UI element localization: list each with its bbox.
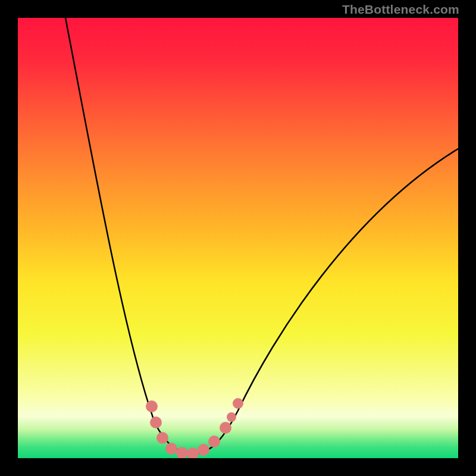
- curve-marker: [208, 436, 220, 447]
- curve-marker: [146, 400, 158, 412]
- curve-marker: [156, 432, 168, 444]
- curve-marker: [233, 398, 243, 409]
- markers-group: [146, 398, 243, 458]
- chart-frame: [18, 18, 458, 458]
- bottleneck-curve: [65, 18, 458, 453]
- curve-marker: [198, 444, 209, 456]
- curve-marker: [187, 447, 199, 458]
- curve-marker: [176, 447, 188, 458]
- curve-group: [65, 18, 458, 453]
- watermark-text: TheBottleneck.com: [342, 2, 459, 17]
- curve-marker: [165, 443, 177, 455]
- chart-svg: [18, 18, 458, 458]
- curve-marker: [150, 416, 162, 428]
- curve-marker: [220, 422, 231, 434]
- curve-marker: [227, 412, 236, 422]
